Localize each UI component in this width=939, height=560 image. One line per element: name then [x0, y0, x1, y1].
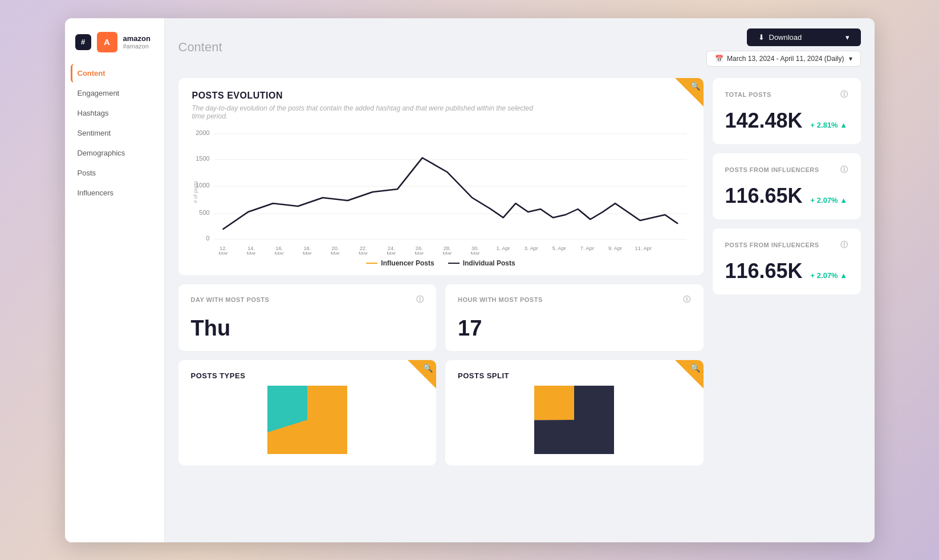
total-posts-card: TOTAL POSTS ⓘ 142.48K + 2.81% ▲ — [713, 78, 861, 144]
posts-influencers-top-card: POSTS FROM INFLUENCERS ⓘ 116.65K + 2.07%… — [713, 153, 861, 219]
legend-individual-line — [448, 263, 460, 264]
download-label: Download — [769, 33, 802, 42]
sidebar-item-hashtags[interactable]: Hashtags — [71, 104, 158, 122]
svg-text:Mar: Mar — [414, 251, 424, 255]
svg-text:Mar: Mar — [302, 251, 311, 255]
content-area: 🔍 POSTS EVOLUTION The day-to-day evoluti… — [165, 72, 875, 542]
total-posts-arrow: ▲ — [840, 121, 847, 129]
posts-influencers-top-arrow: ▲ — [840, 196, 847, 205]
svg-text:11. Apr: 11. Apr — [635, 246, 651, 251]
date-picker[interactable]: 📅 March 13, 2024 - April 11, 2024 (Daily… — [706, 51, 860, 67]
svg-text:3. Apr: 3. Apr — [524, 246, 538, 251]
chart-corner: 🔍 — [675, 78, 704, 107]
left-panel: 🔍 POSTS EVOLUTION The day-to-day evoluti… — [178, 78, 704, 531]
posts-types-chart — [191, 386, 424, 454]
hour-value: 17 — [458, 316, 691, 341]
svg-text:9. Apr: 9. Apr — [608, 246, 621, 251]
svg-text:500: 500 — [199, 210, 209, 216]
posts-influencers-bottom-value-row: 116.65K + 2.07% ▲ — [725, 259, 848, 283]
main-content: Content ⬇ Download ▾ 📅 March 13, 2024 - … — [165, 18, 875, 542]
page-title: Content — [178, 40, 222, 55]
header-actions: ⬇ Download ▾ 📅 March 13, 2024 - April 11… — [706, 28, 860, 67]
total-posts-value: 142.48K — [725, 109, 803, 133]
posts-split-card: 🔍 POSTS SPLIT — [445, 360, 704, 465]
calendar-icon: 📅 — [715, 55, 723, 63]
hour-info-icon[interactable]: ⓘ — [683, 295, 691, 305]
search-icon[interactable]: 🔍 — [690, 81, 700, 91]
svg-text:2000: 2000 — [196, 130, 209, 136]
svg-text:Mar: Mar — [470, 251, 479, 255]
svg-text:5. Apr: 5. Apr — [552, 246, 566, 251]
svg-text:Mar: Mar — [218, 251, 227, 255]
svg-text:Mar: Mar — [387, 251, 396, 255]
posts-evolution-card: 🔍 POSTS EVOLUTION The day-to-day evoluti… — [178, 78, 704, 275]
posts-influencers-top-info-icon[interactable]: ⓘ — [840, 165, 848, 175]
avatar: A — [97, 32, 117, 52]
sidebar-item-content[interactable]: Content — [71, 64, 158, 83]
posts-influencers-top-value: 116.65K — [725, 184, 803, 208]
day-value: Thu — [191, 316, 424, 341]
sidebar: # A amazon #amazon Content Engagement Ha… — [65, 18, 165, 542]
chart-title: POSTS EVOLUTION — [192, 91, 690, 101]
day-info-icon[interactable]: ⓘ — [416, 295, 424, 305]
svg-text:Mar: Mar — [331, 251, 340, 255]
sidebar-item-engagement[interactable]: Engagement — [71, 84, 158, 103]
download-button[interactable]: ⬇ Download ▾ — [747, 28, 861, 46]
legend-influencer-line — [366, 263, 377, 264]
date-range: March 13, 2024 - April 11, 2024 (Daily) — [727, 55, 844, 63]
hour-with-most-posts-card: HOUR WITH MOST POSTS ⓘ 17 — [445, 284, 704, 351]
total-posts-label: TOTAL POSTS ⓘ — [725, 89, 848, 100]
download-icon: ⬇ — [758, 33, 765, 42]
sidebar-logo: # A amazon #amazon — [65, 27, 164, 64]
posts-influencers-bottom-value: 116.65K — [725, 259, 803, 283]
svg-text:0: 0 — [206, 235, 209, 242]
posts-influencers-bottom-label: POSTS FROM INFLUENCERS ⓘ — [725, 240, 848, 250]
total-posts-value-row: 142.48K + 2.81% ▲ — [725, 109, 848, 133]
header: Content ⬇ Download ▾ 📅 March 13, 2024 - … — [165, 18, 875, 72]
posts-split-chart — [458, 386, 691, 454]
day-label: DAY WITH MOST POSTS ⓘ — [191, 295, 424, 305]
posts-types-card: 🔍 POSTS TYPES — [178, 360, 437, 465]
sidebar-item-demographics[interactable]: Demographics — [71, 144, 158, 162]
bottom-charts-section: 🔍 POSTS TYPES — [178, 360, 704, 465]
svg-text:1. Apr: 1. Apr — [496, 246, 510, 251]
day-with-most-posts-card: DAY WITH MOST POSTS ⓘ Thu — [178, 284, 437, 351]
posts-split-corner: 🔍 — [675, 360, 704, 389]
posts-types-corner: 🔍 — [408, 360, 436, 389]
svg-text:1500: 1500 — [196, 156, 209, 162]
posts-influencers-bottom-change: + 2.07% ▲ — [811, 271, 848, 280]
posts-types-search-icon[interactable]: 🔍 — [423, 363, 433, 373]
dropdown-arrow-icon: ▾ — [845, 33, 849, 42]
stats-row: DAY WITH MOST POSTS ⓘ Thu HOUR WITH MOST… — [178, 284, 704, 351]
chart-area: 2000 1500 1000 500 0 # of — [192, 129, 690, 255]
hash-icon: # — [75, 34, 91, 50]
posts-influencers-top-change: + 2.07% ▲ — [811, 196, 848, 205]
posts-split-svg — [534, 386, 614, 454]
svg-text:Mar: Mar — [359, 251, 368, 255]
posts-influencers-top-value-row: 116.65K + 2.07% ▲ — [725, 184, 848, 208]
legend-influencer: Influencer Posts — [366, 259, 434, 267]
legend-influencer-label: Influencer Posts — [381, 259, 434, 267]
legend-individual: Individual Posts — [448, 259, 515, 267]
sidebar-item-sentiment[interactable]: Sentiment — [71, 124, 158, 142]
posts-evolution-chart: 2000 1500 1000 500 0 # of — [192, 129, 690, 255]
account-handle: #amazon — [123, 43, 151, 50]
account-info: amazon #amazon — [123, 34, 151, 50]
right-panel: TOTAL POSTS ⓘ 142.48K + 2.81% ▲ POSTS — [713, 78, 861, 531]
svg-text:# of posts: # of posts — [192, 181, 198, 203]
sidebar-item-posts[interactable]: Posts — [71, 163, 158, 182]
posts-influencers-bottom-card: POSTS FROM INFLUENCERS ⓘ 116.65K + 2.07%… — [713, 228, 861, 295]
legend-individual-label: Individual Posts — [463, 259, 515, 267]
posts-influencers-bottom-info-icon[interactable]: ⓘ — [840, 240, 848, 250]
total-posts-info-icon[interactable]: ⓘ — [840, 89, 848, 100]
sidebar-navigation: Content Engagement Hashtags Sentiment De… — [65, 64, 164, 202]
posts-split-title: POSTS SPLIT — [458, 371, 691, 380]
chart-subtitle: The day-to-day evolution of the posts th… — [192, 104, 534, 120]
chart-legend: Influencer Posts Individual Posts — [192, 259, 690, 267]
posts-split-search-icon[interactable]: 🔍 — [690, 363, 700, 373]
sidebar-item-influencers[interactable]: Influencers — [71, 183, 158, 202]
svg-text:Mar: Mar — [442, 251, 452, 255]
posts-influencers-top-label: POSTS FROM INFLUENCERS ⓘ — [725, 165, 848, 175]
svg-text:Mar: Mar — [246, 251, 255, 255]
svg-text:Mar: Mar — [274, 251, 283, 255]
